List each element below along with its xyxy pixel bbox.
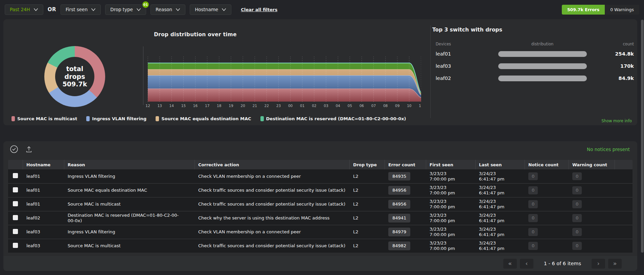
- pagination-last-button[interactable]: »: [608, 259, 622, 269]
- page-scrollbar: [641, 19, 644, 272]
- table-row[interactable]: leaf01 Ingress VLAN filtering Check VLAN…: [8, 169, 632, 183]
- top-switch-count: 84.9k: [603, 76, 634, 81]
- table-row[interactable]: leaf02 Destination MAC is reserved (DMAC…: [8, 211, 632, 225]
- notice-count-badge: 0: [528, 186, 538, 194]
- warning-count-badge: 0: [572, 214, 582, 222]
- errors-count-pill[interactable]: 509.7k Errors: [562, 5, 605, 15]
- header-checkbox-col: [8, 160, 23, 169]
- table-body: leaf01 Ingress VLAN filtering Check VLAN…: [8, 169, 632, 253]
- top-switch-count: 254.8k: [603, 51, 634, 57]
- header-notice-count[interactable]: Notice count: [525, 160, 569, 169]
- warning-count-badge: 0: [572, 186, 582, 194]
- table-row[interactable]: leaf01 Source MAC equals destination MAC…: [8, 183, 632, 197]
- error-count-badge: 84979: [388, 228, 410, 236]
- reason-dropdown[interactable]: Reason: [151, 4, 185, 15]
- cell-corrective-action: Check traffic sources and consider poten…: [195, 186, 350, 194]
- svg-text:03: 03: [324, 104, 328, 108]
- cell-hostname: leaf03: [23, 242, 64, 250]
- legend-item[interactable]: Ingress VLAN filtering: [86, 116, 146, 121]
- table-row[interactable]: leaf03 Source MAC is multicast Check tra…: [8, 239, 632, 253]
- table-row[interactable]: leaf01 Source MAC is multicast Check tra…: [8, 197, 632, 211]
- svg-text:11: 11: [419, 104, 421, 108]
- clear-all-filters-link[interactable]: Clear all filters: [241, 7, 277, 12]
- cell-last-seen: 3/24/23 6:41:47 pm: [476, 170, 516, 183]
- top-switch-row: leaf01254.8k: [432, 49, 634, 59]
- svg-text:14: 14: [169, 104, 174, 108]
- cell-first-seen: 3/23/23 7:00:00 pm: [426, 225, 467, 239]
- cell-reason: Ingress VLAN filtering: [64, 228, 188, 236]
- distribution-bar: [498, 51, 587, 57]
- header-hostname[interactable]: Hostname: [23, 160, 64, 169]
- chevron-down-icon: [222, 8, 226, 11]
- pagination-bar: « ‹ 1 - 6 of 6 items › »: [3, 256, 637, 271]
- row-checkbox[interactable]: [13, 229, 18, 234]
- pagination-first-button[interactable]: «: [503, 259, 517, 269]
- svg-text:01: 01: [300, 104, 304, 108]
- row-checkbox[interactable]: [13, 243, 18, 248]
- header-error-count[interactable]: Error count: [385, 160, 426, 169]
- row-checkbox[interactable]: [13, 201, 18, 206]
- warnings-count-pill[interactable]: 0 Warnings: [605, 5, 639, 15]
- first-seen-dropdown[interactable]: First seen: [61, 4, 101, 15]
- acknowledge-icon[interactable]: [9, 145, 18, 153]
- cell-hostname: leaf01: [23, 172, 64, 181]
- cell-reason: Destination MAC is reserved (DMAC=01-80-…: [64, 211, 188, 225]
- table-row[interactable]: leaf03 Ingress VLAN filtering Check VLAN…: [8, 225, 632, 239]
- donut-center-label: total drops 509.7k: [55, 57, 94, 96]
- svg-text:12: 12: [145, 104, 150, 108]
- row-checkbox[interactable]: [13, 215, 18, 220]
- show-more-info-link[interactable]: Show more info: [601, 119, 632, 123]
- svg-text:23: 23: [276, 104, 281, 108]
- svg-text:21: 21: [252, 104, 257, 108]
- header-warning-count[interactable]: Warning count: [569, 160, 615, 169]
- notices-status-text: No notices present: [587, 147, 630, 152]
- notice-count-badge: 0: [528, 228, 538, 236]
- svg-text:13: 13: [157, 104, 162, 108]
- top-switches-title: Top 3 switch with drops: [432, 27, 634, 33]
- hostname-dropdown[interactable]: Hostname: [190, 4, 231, 15]
- pagination-prev-button[interactable]: ‹: [520, 259, 533, 269]
- header-corrective-action[interactable]: Corrective action: [195, 160, 350, 169]
- svg-text:19: 19: [229, 104, 233, 108]
- total-drops-donut-chart: total drops 509.7k: [44, 46, 105, 107]
- header-last-seen[interactable]: Last seen: [476, 160, 525, 169]
- header-reason[interactable]: Reason: [64, 160, 195, 169]
- cell-first-seen: 3/23/23 7:00:00 pm: [426, 170, 467, 183]
- row-checkbox[interactable]: [13, 187, 18, 192]
- svg-text:02: 02: [312, 104, 316, 108]
- cell-corrective-action: Check VLAN membership on a connected pee…: [195, 228, 350, 236]
- cell-last-seen: 3/24/23 6:41:47 pm: [476, 184, 516, 197]
- filter-bar: Past 24H OR First seen Drop type 01 Reas…: [0, 0, 644, 19]
- svg-text:18: 18: [217, 104, 221, 108]
- legend-swatch: [260, 116, 264, 121]
- header-first-seen[interactable]: First seen: [426, 160, 476, 169]
- chevron-down-icon: [136, 8, 141, 11]
- export-icon[interactable]: [24, 145, 33, 153]
- cell-first-seen: 3/23/23 7:00:00 pm: [426, 197, 467, 211]
- row-checkbox[interactable]: [13, 173, 18, 178]
- legend-item[interactable]: Destination MAC is reserved (DMAC=01-80-…: [260, 116, 406, 121]
- drop-type-filter-count-badge: 01: [142, 1, 149, 8]
- legend-item[interactable]: Source MAC equals destination MAC: [156, 116, 251, 121]
- cell-corrective-action: Check VLAN membership on a connected pee…: [195, 172, 350, 181]
- svg-text:09: 09: [395, 104, 399, 108]
- drop-type-dropdown[interactable]: Drop type 01: [105, 4, 146, 15]
- svg-text:16: 16: [193, 104, 198, 108]
- warning-count-badge: 0: [572, 228, 582, 236]
- cell-corrective-action: Check traffic sources and consider poten…: [195, 242, 350, 250]
- warning-count-badge: 0: [572, 242, 582, 250]
- legend-swatch: [12, 116, 15, 121]
- error-count-badge: 84956: [388, 186, 410, 195]
- time-range-dropdown[interactable]: Past 24H: [5, 4, 43, 15]
- pagination-next-button[interactable]: ›: [592, 259, 605, 269]
- svg-text:04: 04: [336, 104, 340, 108]
- time-range-label: Past 24H: [10, 7, 30, 12]
- header-drop-type[interactable]: Drop type: [350, 160, 385, 169]
- page-scrollbar-thumb[interactable]: [641, 20, 644, 253]
- cell-drop-type: L2: [350, 228, 385, 236]
- cell-reason: Ingress VLAN filtering: [64, 172, 188, 181]
- cell-drop-type: L2: [350, 172, 385, 181]
- notice-count-badge: 0: [528, 200, 538, 208]
- legend-item[interactable]: Source MAC is multicast: [12, 116, 77, 121]
- cell-hostname: leaf02: [23, 214, 64, 222]
